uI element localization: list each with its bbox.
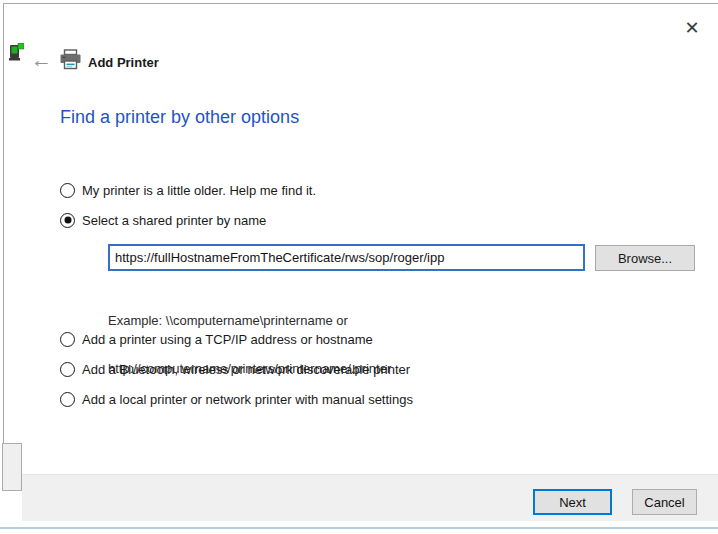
radio-label: Add a local printer or network printer w… xyxy=(82,392,413,407)
radio-circle[interactable] xyxy=(60,332,75,347)
cancel-button[interactable]: Cancel xyxy=(632,489,697,515)
browse-button[interactable]: Browse... xyxy=(595,245,695,271)
shared-printer-url-input[interactable] xyxy=(108,244,585,271)
background-window-fragment xyxy=(2,443,22,491)
radio-label: Add a Bluetooth, wireless or network dis… xyxy=(82,362,410,377)
radio-option-older-printer[interactable]: My printer is a little older. Help me fi… xyxy=(60,181,316,199)
radio-circle[interactable] xyxy=(60,362,75,377)
radio-label: Select a shared printer by name xyxy=(82,213,266,228)
radio-label: Add a printer using a TCP/IP address or … xyxy=(82,332,373,347)
printer-status-tray-icon xyxy=(9,43,24,66)
radio-circle[interactable] xyxy=(60,183,75,198)
radio-option-tcpip[interactable]: Add a printer using a TCP/IP address or … xyxy=(60,330,373,348)
window-title: Add Printer xyxy=(88,55,159,70)
radio-circle[interactable] xyxy=(60,392,75,407)
add-printer-wizard-window: ✕ ← Add Printer Find a printer by other … xyxy=(0,0,718,534)
radio-option-shared-printer[interactable]: Select a shared printer by name xyxy=(60,211,266,229)
window-border-top xyxy=(3,3,718,4)
printer-icon xyxy=(59,49,82,74)
close-icon[interactable]: ✕ xyxy=(679,15,705,41)
radio-option-bluetooth-wireless[interactable]: Add a Bluetooth, wireless or network dis… xyxy=(60,360,410,378)
radio-label: My printer is a little older. Help me fi… xyxy=(82,183,316,198)
footer-bar xyxy=(22,474,718,521)
example-line-1: Example: \\computername\printername or xyxy=(108,313,391,329)
back-arrow-icon[interactable]: ← xyxy=(31,49,52,70)
page-heading: Find a printer by other options xyxy=(60,107,299,128)
radio-option-local-manual[interactable]: Add a local printer or network printer w… xyxy=(60,390,413,408)
bottom-edge-line xyxy=(0,527,718,529)
next-button[interactable]: Next xyxy=(533,489,612,515)
radio-circle[interactable] xyxy=(60,213,75,228)
window-border-left xyxy=(3,3,4,491)
